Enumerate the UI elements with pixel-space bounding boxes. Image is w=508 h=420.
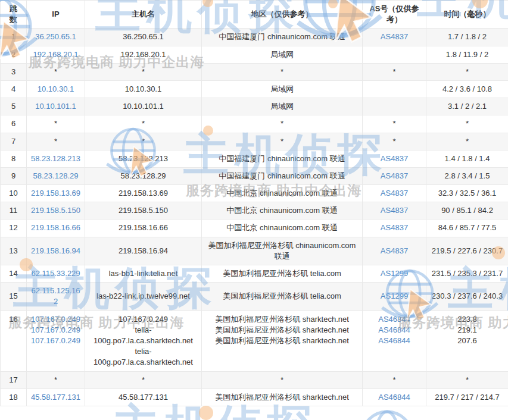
cell-host: las-b22-link.ip.twelve99.net (85, 283, 202, 311)
hop-text: 6 (4, 118, 23, 129)
hop-text: 17 (4, 375, 23, 385)
trace-table: 跳数IP主机名地区（仅供参考）AS号（仅供参考）时间（毫秒） 136.250.6… (0, 0, 508, 406)
time-text: 219.5 / 227.6 / 230.7 (430, 246, 504, 256)
asn-link[interactable]: AS4837 (366, 222, 422, 233)
table-row: 510.10.101.110.10.101.1局域网3.1 / 2 / 2.1 (1, 98, 508, 115)
cell-asn: AS4837 (363, 167, 426, 184)
asn-link[interactable]: AS4837 (366, 153, 422, 164)
hop-text: 7 (4, 136, 23, 147)
hop-text: 14 (4, 268, 23, 279)
region-text: * (205, 136, 359, 147)
ip-link[interactable]: 62.115.125.162 (30, 286, 81, 307)
cell-ip: 219.158.16.66 (27, 220, 85, 237)
cell-host: * (85, 371, 202, 388)
time-text: 1.4 / 1.8 / 1.4 (430, 153, 504, 164)
asn-link[interactable]: AS46844 (366, 336, 422, 346)
hop-text: 12 (4, 222, 23, 233)
asn-text: * (366, 375, 422, 385)
time-text: * (430, 67, 504, 77)
cell-host: * (85, 115, 202, 133)
cell-ip: * (27, 371, 85, 388)
asn-text: * (366, 67, 422, 77)
asn-link[interactable]: AS4837 (366, 205, 422, 216)
ip-link[interactable]: 219.158.16.66 (30, 222, 81, 233)
asn-link[interactable]: AS4837 (366, 188, 422, 199)
asn-link[interactable]: AS4837 (366, 171, 422, 181)
ip-link[interactable]: 107.167.0.249 (30, 325, 81, 336)
watermark-globe-icon (354, 407, 420, 420)
table-row: 1462.115.33.229las-bb1-link.telia.net美国加… (1, 265, 508, 283)
cell-asn: AS1299 (363, 265, 426, 283)
cell-region: * (202, 63, 363, 80)
asn-link[interactable]: AS4837 (366, 32, 422, 42)
ip-link[interactable]: 10.10.30.1 (30, 84, 81, 95)
time-text: 3.1 / 2 / 2.1 (430, 101, 504, 112)
header-row: 跳数IP主机名地区（仅供参考）AS号（仅供参考）时间（毫秒） (1, 1, 508, 29)
hop-text: 15 (4, 291, 23, 302)
cell-hop: 12 (1, 220, 27, 237)
host-text: 107.167.0.249 (89, 314, 198, 325)
time-text: 219.7 / 217 / 214.7 (430, 392, 504, 403)
ip-text: * (30, 118, 81, 129)
ip-link[interactable]: 36.250.65.1 (30, 32, 81, 42)
asn-text: * (366, 118, 422, 129)
asn-link[interactable]: AS46844 (366, 314, 422, 325)
cell-host: 219.158.5.150 (85, 202, 202, 220)
region-text: 美国加利福尼亚州洛杉矶 sharktech.net (205, 336, 359, 346)
time-text: 231.5 / 235.3 / 231.7 (430, 268, 504, 279)
table-row: 10219.158.13.69219.158.13.69中国北京 chinaun… (1, 185, 508, 202)
host-text: 219.158.16.66 (89, 222, 198, 233)
ip-link[interactable]: 10.10.101.1 (30, 101, 81, 112)
cell-host: las-bb1-link.telia.net (85, 265, 202, 283)
ip-link[interactable]: 219.158.16.94 (30, 246, 81, 256)
hop-text: 5 (4, 101, 23, 112)
hop-text: 2 (4, 49, 23, 60)
cell-region: 美国加利福尼亚州洛杉矶 chinaunicom.com 联通 (202, 237, 363, 265)
host-text: 10.10.101.1 (89, 101, 198, 112)
column-header-hop: 跳数 (1, 1, 27, 29)
asn-text: * (366, 136, 422, 147)
hop-text: 9 (4, 171, 23, 181)
cell-ip: 107.167.0.249107.167.0.249107.167.0.249 (27, 311, 85, 371)
host-text: telia-100g.po7.la.ca.sharktech.net (89, 325, 198, 346)
region-text: * (205, 375, 359, 385)
cell-hop: 10 (1, 185, 27, 202)
ip-link[interactable]: 219.158.5.150 (30, 205, 81, 216)
cell-ip: * (27, 115, 85, 133)
ip-link[interactable]: 62.115.33.229 (30, 268, 81, 279)
cell-time: 3.1 / 2 / 2.1 (426, 98, 508, 115)
ip-link[interactable]: 58.23.128.213 (30, 153, 81, 164)
cell-hop: 1 (1, 29, 27, 46)
asn-link[interactable]: AS1299 (366, 291, 422, 302)
host-text: telia-100g.po7.la.ca.sharktech.net (89, 346, 198, 368)
cell-asn: * (363, 115, 426, 133)
asn-link[interactable]: AS46844 (366, 325, 422, 336)
time-text: 4.2 / 3.6 / 10.8 (430, 84, 504, 95)
cell-region: 局域网 (202, 80, 363, 98)
cell-time: * (426, 133, 508, 150)
cell-hop: 7 (1, 133, 27, 150)
cell-ip: 10.10.30.1 (27, 80, 85, 98)
ip-link[interactable]: 58.23.128.29 (30, 171, 81, 181)
cell-host: * (85, 63, 202, 80)
column-header-ip: IP (27, 1, 85, 29)
ip-link[interactable]: 192.168.20.1 (30, 49, 81, 60)
ip-link[interactable]: 45.58.177.131 (30, 392, 81, 403)
ip-link[interactable]: 107.167.0.249 (30, 314, 81, 325)
ip-link[interactable]: 219.158.13.69 (30, 188, 81, 199)
region-text: 美国加利福尼亚州洛杉矶 sharktech.net (205, 325, 359, 336)
region-text: 美国加利福尼亚州洛杉矶 sharktech.net (205, 314, 359, 325)
ip-link[interactable]: 107.167.0.249 (30, 336, 81, 346)
asn-link[interactable]: AS4837 (366, 246, 422, 256)
cell-time: 2.8 / 3.4 / 1.5 (426, 167, 508, 184)
cell-host: 45.58.177.131 (85, 388, 202, 406)
host-text: * (89, 136, 198, 147)
cell-host: * (85, 133, 202, 150)
asn-link[interactable]: AS46844 (366, 392, 422, 403)
cell-region: * (202, 133, 363, 150)
region-text: 中国北京 chinaunicom.com 联通 (205, 205, 359, 216)
hop-text: 3 (4, 67, 23, 77)
cell-time: 4.2 / 3.6 / 10.8 (426, 80, 508, 98)
cell-asn: * (363, 371, 426, 388)
asn-link[interactable]: AS1299 (366, 268, 422, 279)
